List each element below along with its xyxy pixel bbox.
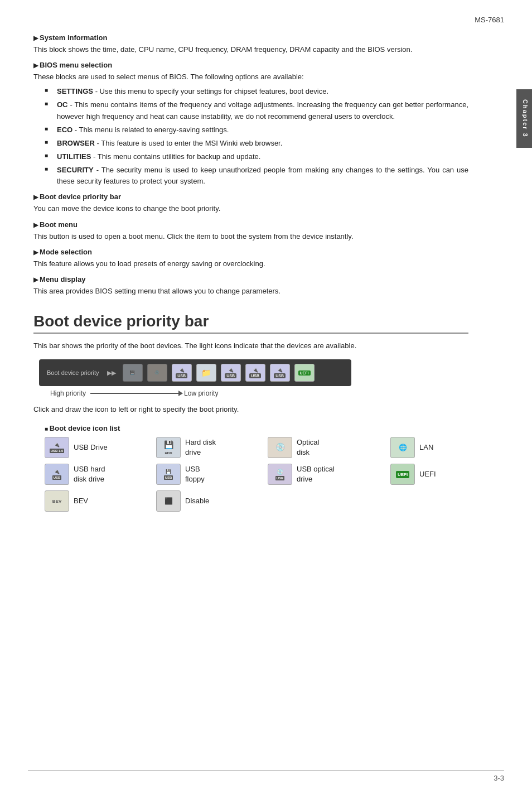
- empty-cell-1: [268, 490, 390, 512]
- bios-menu-intro: These blocks are used to select menus of…: [33, 71, 468, 83]
- model-number: MS-7681: [475, 16, 504, 24]
- disable-label: Disable: [185, 496, 209, 506]
- boot-menu-heading: Boot menu: [33, 220, 468, 229]
- boot-icon-usb4[interactable]: 🔌 USB: [270, 364, 290, 382]
- icon-item-lan: 🌐 LAN: [390, 437, 491, 458]
- menu-display-text: This area provides BIOS setting menu tha…: [33, 286, 468, 297]
- bar-arrows: ▶▶: [107, 369, 116, 377]
- hdd-icon: 💾 HDD: [156, 437, 181, 458]
- low-priority-label: Low priority: [184, 389, 218, 397]
- bev-icon: BEV: [45, 490, 69, 512]
- boot-device-icon-section: Boot device icon list 🔌 USB 1.0 USB Driv…: [45, 424, 468, 512]
- boot-icon-usb1[interactable]: 🔌 USB: [172, 364, 192, 382]
- lan-icon: 🌐: [390, 437, 415, 458]
- icon-item-bev: BEV BEV: [45, 490, 156, 512]
- disable-icon: ⬛: [156, 490, 181, 512]
- icon-item-hdd: 💾 HDD Hard diskdrive: [156, 437, 268, 458]
- usb-hdd-icon: 🔌 USB: [45, 464, 69, 485]
- bios-menu-list: SETTINGS - Use this menu to specify your…: [33, 86, 468, 187]
- mode-selection-text: This feature allows you to load presets …: [33, 258, 468, 269]
- mode-selection-heading: Mode selection: [33, 248, 468, 256]
- arrow-line: [90, 393, 180, 394]
- boot-icon-uefi[interactable]: UEFI: [294, 364, 315, 382]
- bios-menu-heading: BIOS menu selection: [33, 61, 468, 69]
- icon-list-header: Boot device icon list: [45, 424, 468, 432]
- optical-icon: 💿: [268, 437, 292, 458]
- lan-label: LAN: [419, 442, 433, 453]
- hdd-label: Hard diskdrive: [185, 437, 216, 458]
- boot-icon-cd[interactable]: 💿: [147, 364, 167, 382]
- list-item: UTILITIES - This menu contains utilities…: [45, 151, 468, 162]
- boot-icon-usb2[interactable]: 🔌 USB: [221, 364, 241, 382]
- boot-menu-text: This button is used to open a boot menu.…: [33, 231, 468, 242]
- list-item: SETTINGS - Use this menu to specify your…: [45, 86, 468, 97]
- page-container: MS-7681 Chapter 3 System information Thi…: [0, 0, 532, 799]
- icon-item-usb-floppy: 💾 USB USBfloppy: [156, 464, 268, 485]
- usb-floppy-icon: 💾 USB: [156, 464, 181, 485]
- uefi-icon: UEFI: [390, 464, 415, 485]
- list-item: SECURITY - The security menu is used to …: [45, 165, 468, 187]
- uefi-label: UEFI: [419, 469, 436, 479]
- chapter-tab: Chapter 3: [516, 89, 532, 148]
- icon-item-disable: ⬛ Disable: [156, 490, 268, 512]
- high-priority-label: High priority: [50, 389, 86, 397]
- priority-arrow-row: High priority Low priority: [39, 389, 468, 397]
- bev-label: BEV: [74, 496, 88, 506]
- priority-arrow-line: [90, 393, 180, 394]
- icon-item-optical: 💿 Opticaldisk: [268, 437, 390, 458]
- bar-description: This bar shows the priority of the boot …: [33, 340, 468, 352]
- empty-cell-2: [390, 490, 491, 512]
- icon-item-uefi: UEFI UEFI: [390, 464, 491, 485]
- boot-priority-bar-section: Boot device priority ▶▶ 💾 💿 🔌 USB 📁: [39, 359, 468, 397]
- usb-optical-label: USB opticaldrive: [297, 464, 335, 484]
- page-number: 3-3: [494, 774, 504, 782]
- system-info-text: This block shows the time, date, CPU nam…: [33, 44, 468, 55]
- boot-priority-bar: Boot device priority ▶▶ 💾 💿 🔌 USB 📁: [39, 359, 351, 386]
- list-item: ECO - This menu is related to energy-sav…: [45, 124, 468, 136]
- main-content: System information This block shows the …: [0, 0, 502, 534]
- usb-floppy-label: USBfloppy: [185, 464, 205, 484]
- optical-label: Opticaldisk: [297, 437, 319, 458]
- usb-hdd-label: USB harddisk drive: [74, 464, 105, 484]
- boot-priority-heading-ref: Boot device priority bar: [33, 192, 468, 201]
- boot-icon-folder[interactable]: 📁: [196, 364, 216, 382]
- bottom-divider: [28, 771, 504, 771]
- bar-label: Boot device priority: [47, 369, 99, 376]
- icon-grid: 🔌 USB 1.0 USB Drive 💾 HDD Hard diskdrive…: [45, 437, 468, 512]
- menu-display-heading: Menu display: [33, 275, 468, 283]
- click-desc: Click and draw the icon to left or right…: [33, 404, 468, 415]
- usb-drive-icon: 🔌 USB 1.0: [45, 437, 69, 458]
- boot-icon-hdd[interactable]: 💾: [123, 364, 143, 382]
- usb-optical-icon: 💿 USB: [268, 464, 292, 485]
- list-item: BROWSER - This feature is used to enter …: [45, 138, 468, 149]
- boot-icon-usb3[interactable]: 🔌 USB: [245, 364, 265, 382]
- usb-drive-label: USB Drive: [74, 442, 108, 453]
- icon-item-usb-hdd: 🔌 USB USB harddisk drive: [45, 464, 156, 485]
- boot-priority-text: You can move the device icons to change …: [33, 203, 468, 214]
- system-info-heading: System information: [33, 33, 468, 42]
- icon-item-usb-optical: 💿 USB USB opticaldrive: [268, 464, 390, 485]
- big-section-title: Boot device priority bar: [33, 312, 468, 334]
- icon-item-usb-drive: 🔌 USB 1.0 USB Drive: [45, 437, 156, 458]
- list-item: OC - This menu contains items of the fre…: [45, 99, 468, 122]
